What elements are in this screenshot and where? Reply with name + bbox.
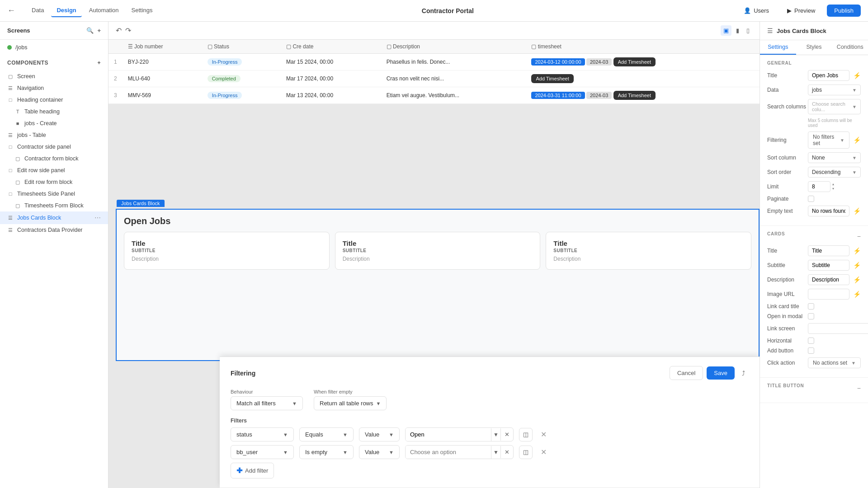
- filter1-value-input[interactable]: [406, 428, 491, 441]
- sidebar-item-timesheets-side-panel[interactable]: □ Timesheets Side Panel: [0, 188, 108, 200]
- general-section: GENERAL Title ⚡ Data jobs ▼ Search colum…: [760, 55, 868, 226]
- filter1-field-select[interactable]: status ▼: [231, 427, 294, 441]
- sort-order-select[interactable]: Descending ▼: [808, 167, 861, 178]
- cards-collapse-btn[interactable]: −: [857, 233, 861, 240]
- row-num-2: 2: [108, 70, 123, 87]
- data-select[interactable]: jobs ▼: [808, 84, 861, 95]
- sidebar-item-contractors-data-provider[interactable]: ☰ Contractors Data Provider: [0, 224, 108, 236]
- three-dot-menu[interactable]: ⋯: [94, 214, 101, 221]
- search-icon[interactable]: 🔍: [86, 27, 94, 34]
- image-url-bolt-icon[interactable]: ⚡: [853, 291, 861, 298]
- filter1-remove-btn[interactable]: ✕: [538, 429, 549, 440]
- tab-conditions[interactable]: Conditions: [832, 40, 868, 55]
- link-screen-input[interactable]: [808, 323, 868, 334]
- search-columns-select[interactable]: Choose search colu... ▼: [808, 99, 861, 114]
- search-columns-placeholder: Choose search colu...: [812, 101, 852, 112]
- filtering-badge[interactable]: No filters set ▼: [808, 131, 849, 149]
- add-filter-button[interactable]: ✚ Add filter: [231, 463, 274, 479]
- screen-jobs[interactable]: /jobs: [0, 42, 108, 53]
- nav-data[interactable]: Data: [26, 4, 49, 17]
- publish-button[interactable]: Publish: [827, 5, 861, 17]
- filter2-field-select[interactable]: bb_user ▼: [231, 445, 294, 459]
- sidebar-item-timesheets-form-block[interactable]: ▢ Timesheets Form Block: [0, 200, 108, 211]
- back-button[interactable]: ←: [7, 6, 15, 15]
- behaviour-select[interactable]: Match all filters ▼: [231, 396, 303, 410]
- paginate-label: Paginate: [767, 196, 808, 202]
- subtitle-bolt-icon[interactable]: ⚡: [853, 262, 861, 269]
- horizontal-label: Horizontal: [767, 338, 808, 344]
- description-input[interactable]: [808, 274, 849, 285]
- cancel-button[interactable]: Cancel: [670, 366, 703, 380]
- sidebar-item-contractor-form-block[interactable]: ▢ Contractor form block: [0, 153, 108, 164]
- filter2-type-select[interactable]: Value ▼: [359, 445, 400, 459]
- filter1-type-select[interactable]: Value ▼: [359, 427, 400, 441]
- title-button-collapse-btn[interactable]: −: [857, 385, 861, 392]
- empty-text-input[interactable]: [808, 206, 849, 216]
- description-bolt-icon[interactable]: ⚡: [853, 276, 861, 283]
- open-in-modal-checkbox[interactable]: [808, 313, 814, 319]
- click-action-badge[interactable]: No actions set ▼: [808, 357, 861, 368]
- tab-settings[interactable]: Settings: [760, 40, 796, 55]
- sort-column-select[interactable]: None ▼: [808, 152, 861, 163]
- limit-up-arrow[interactable]: ▴: [832, 182, 834, 187]
- sidebar-item-contractor-side-panel[interactable]: □ Contractor side panel: [0, 141, 108, 153]
- filter2-remove-btn[interactable]: ✕: [538, 447, 549, 458]
- card-description-3: Description: [553, 256, 744, 262]
- add-timesheet-btn-2[interactable]: Add Timesheet: [531, 74, 573, 83]
- card-title-1: Title: [132, 239, 322, 247]
- expand-button[interactable]: ⤴: [738, 367, 749, 380]
- nav-settings[interactable]: Settings: [126, 4, 158, 17]
- container-icon: □: [7, 97, 14, 103]
- sidebar-item-navigation[interactable]: ☰ Navigation: [0, 82, 108, 94]
- filter2-value-input[interactable]: [406, 446, 491, 459]
- redo-button[interactable]: ↷: [125, 26, 131, 35]
- sidebar-item-heading-container[interactable]: □ Heading container: [0, 94, 108, 106]
- image-url-input[interactable]: [808, 289, 849, 300]
- add-timesheet-btn-3[interactable]: Add Timesheet: [613, 91, 656, 100]
- filter1-copy-btn[interactable]: ◫: [519, 428, 533, 441]
- users-button[interactable]: 👤 Users: [737, 5, 775, 17]
- add-timesheet-btn-1[interactable]: Add Timesheet: [613, 57, 656, 66]
- horizontal-checkbox[interactable]: [808, 338, 814, 344]
- subtitle-input[interactable]: [808, 260, 849, 271]
- tablet-view-btn[interactable]: ▮: [733, 25, 742, 36]
- sidebar-item-jobs-table[interactable]: ☰ jobs - Table: [0, 129, 108, 141]
- nav-design[interactable]: Design: [51, 4, 81, 17]
- title-input[interactable]: [808, 70, 849, 81]
- tab-styles[interactable]: Styles: [796, 40, 832, 55]
- undo-button[interactable]: ↶: [116, 26, 122, 35]
- sidebar-item-table-heading[interactable]: T Table heading: [0, 106, 108, 117]
- add-screen-icon[interactable]: +: [97, 27, 101, 34]
- filter1-clear-btn[interactable]: ✕: [500, 428, 513, 441]
- card-title-input[interactable]: [808, 245, 849, 256]
- nav-automation[interactable]: Automation: [84, 4, 124, 17]
- add-button-checkbox[interactable]: [808, 347, 814, 354]
- filtering-bolt-icon[interactable]: ⚡: [853, 136, 861, 144]
- card-title-bolt-icon[interactable]: ⚡: [853, 247, 861, 254]
- filter2-copy-btn[interactable]: ◫: [519, 446, 533, 459]
- link-card-title-checkbox[interactable]: [808, 303, 814, 310]
- title-bolt-icon[interactable]: ⚡: [853, 72, 861, 79]
- preview-button[interactable]: ▶ Preview: [781, 5, 821, 17]
- save-button[interactable]: Save: [707, 366, 735, 380]
- filter1-operator-select[interactable]: Equals ▼: [299, 427, 354, 441]
- when-empty-select[interactable]: Return all table rows ▼: [314, 396, 387, 410]
- sidebar-item-edit-row-side-panel[interactable]: □ Edit row side panel: [0, 164, 108, 176]
- filter2-type-value: Value: [365, 449, 379, 455]
- filter1-value-input-container: ▼ ✕: [405, 427, 514, 441]
- sidebar-item-jobs-cards-block[interactable]: ☰ Jobs Cards Block ⋯: [0, 211, 108, 224]
- empty-text-bolt-icon[interactable]: ⚡: [853, 207, 861, 215]
- sidebar-item-screen[interactable]: ▢ Screen: [0, 70, 108, 82]
- filter1-options-btn[interactable]: ▼: [491, 428, 500, 441]
- filter2-operator-select[interactable]: Is empty ▼: [299, 445, 354, 459]
- filter2-clear-btn[interactable]: ✕: [500, 446, 513, 458]
- sidebar-item-edit-row-form-block[interactable]: ▢ Edit row form block: [0, 176, 108, 188]
- desktop-view-btn[interactable]: ▣: [721, 25, 731, 36]
- sidebar-item-jobs-create[interactable]: ■ jobs - Create: [0, 117, 108, 129]
- limit-input[interactable]: [808, 181, 830, 192]
- mobile-view-btn[interactable]: ▯: [744, 25, 752, 36]
- add-component-icon[interactable]: +: [97, 60, 101, 66]
- limit-down-arrow[interactable]: ▾: [832, 187, 834, 191]
- filter2-options-btn[interactable]: ▼: [491, 446, 500, 459]
- paginate-checkbox[interactable]: [808, 196, 814, 202]
